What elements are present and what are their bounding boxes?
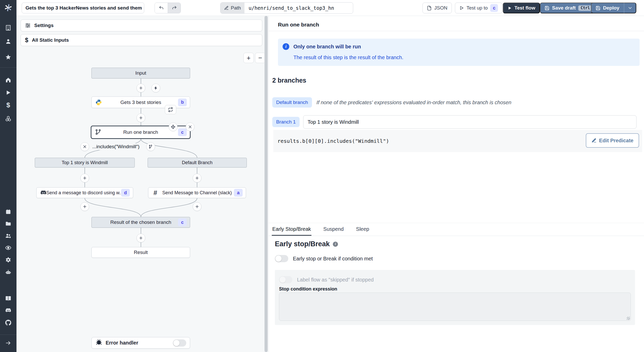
test-up-to-step-badge: c [490, 4, 498, 12]
workers-robot-icon[interactable] [5, 269, 11, 275]
info-alert-body: The result of this step is the result of… [293, 55, 403, 60]
undo-button[interactable] [155, 3, 168, 13]
save-icon [596, 6, 600, 11]
redo-button[interactable] [168, 3, 181, 13]
early-stop-toggle[interactable] [275, 255, 288, 262]
add-branch-button[interactable] [146, 142, 155, 151]
divider [269, 31, 644, 31]
undo-redo-group [155, 3, 181, 13]
sidebar: $ [0, 0, 16, 352]
trigger-bolt-button[interactable] [151, 84, 160, 92]
settings-gear-icon[interactable] [5, 257, 11, 263]
edit-predicate-label: Edit Predicate [599, 138, 633, 144]
schedules-calendar-icon[interactable] [5, 209, 11, 215]
node-result-of-branch[interactable]: Result of the chosen branch c [91, 217, 190, 228]
tab-early-stop-break[interactable]: Early Stop/Break [272, 223, 311, 236]
redo-icon [172, 5, 177, 11]
test-flow-button[interactable]: Test flow [503, 3, 540, 13]
node-branch-top1[interactable]: Top 1 story is Windmill [35, 158, 135, 168]
branches-heading: 2 branches [272, 77, 306, 84]
audit-eye-icon[interactable] [5, 245, 11, 251]
remove-branch-button[interactable] [80, 142, 89, 151]
variables-dollar-icon[interactable]: $ [5, 102, 11, 108]
add-step-button[interactable] [80, 202, 89, 211]
sidebar-divider [0, 67, 16, 68]
save-draft-label: Save draft [552, 5, 576, 11]
node-branch-default[interactable]: Default Branch [148, 158, 247, 168]
stop-condition-textarea[interactable] [279, 293, 631, 321]
error-handler-toggle[interactable] [173, 339, 186, 347]
favorites-star-icon[interactable] [5, 54, 11, 60]
runs-play-icon[interactable] [5, 90, 11, 96]
node-gets-3-best-stories-label: Gets 3 best stories [120, 100, 161, 105]
add-step-button[interactable] [137, 113, 145, 122]
add-step-button[interactable] [137, 234, 145, 242]
resources-cubes-icon[interactable] [5, 116, 11, 122]
node-result-label: Result [134, 250, 148, 255]
edit-predicate-button[interactable]: Edit Predicate [586, 133, 639, 148]
branch-predicate-label[interactable]: ...includes("Windmill") [91, 143, 141, 150]
node-result[interactable]: Result [91, 247, 190, 258]
error-handler-bar[interactable]: Error handler [91, 337, 190, 349]
step-detail-panel: Run one branch i Only one branch will be… [268, 16, 644, 223]
discord-icon [40, 189, 47, 196]
node-send-slack[interactable]: # Send Message to Channel (slack) a [148, 187, 246, 198]
json-button[interactable]: JSON [422, 3, 452, 13]
stop-condition-label: Stop condition expression [279, 286, 337, 292]
home-icon[interactable] [5, 77, 11, 83]
flow-title-input[interactable]: Gets the top 3 HackerNews stories and se… [22, 3, 144, 13]
path-label: Path [231, 5, 241, 11]
discord-icon[interactable] [5, 307, 11, 313]
play-icon [459, 6, 464, 10]
resize-handle[interactable] [627, 317, 630, 320]
folders-icon[interactable] [5, 221, 11, 227]
node-result-of-branch-label: Result of the chosen branch [110, 219, 171, 225]
retry-loop-button[interactable] [165, 105, 176, 114]
slack-hash-icon: # [152, 189, 159, 196]
tab-suspend[interactable]: Suspend [323, 223, 344, 236]
delete-step-button[interactable] [186, 122, 194, 131]
workspace-building-icon[interactable] [5, 25, 11, 31]
pencil-icon [591, 138, 597, 143]
step-id-badge: c [178, 128, 187, 136]
github-icon[interactable] [5, 320, 11, 326]
predicate-code-row: results.b[0][0].includes("Windmill") Edi… [273, 130, 642, 152]
add-step-button[interactable] [137, 84, 145, 92]
add-step-button[interactable] [193, 174, 201, 182]
error-handler-label: Error handler [106, 340, 138, 346]
expand-arrow-icon[interactable] [5, 340, 11, 346]
test-up-to-label: Test up to [467, 5, 488, 11]
add-step-button[interactable] [80, 174, 89, 182]
add-step-button[interactable] [193, 202, 201, 211]
file-icon [427, 6, 432, 11]
deploy-dropdown-button[interactable] [624, 3, 636, 13]
git-branch-plus-icon [148, 144, 153, 149]
tab-sleep[interactable]: Sleep [355, 223, 370, 236]
node-input[interactable]: Input [91, 68, 190, 78]
node-send-discord[interactable]: Send a message to discord using w... d [36, 187, 133, 198]
deploy-label: Deploy [603, 5, 619, 11]
node-send-slack-label: Send Message to Channel (slack) [162, 190, 232, 196]
flow-title-text: Gets the top 3 HackerNews stories and se… [26, 5, 142, 11]
move-step-button[interactable] [169, 122, 177, 131]
test-up-to-button[interactable]: Test up to c [455, 3, 502, 13]
early-stop-heading: Early stop/Break [275, 240, 330, 248]
path-edit-button[interactable]: Path [221, 3, 244, 13]
groups-users-icon[interactable] [5, 233, 11, 239]
branch-1-summary-input[interactable] [303, 115, 637, 129]
deploy-button[interactable]: Deploy [591, 3, 636, 13]
skip-label-toggle[interactable] [279, 276, 292, 283]
flow-canvas[interactable]: Settings $ All Static Inputs + − Input G… [16, 16, 268, 352]
repeat-icon [168, 107, 173, 112]
docs-book-icon[interactable] [5, 295, 11, 302]
chevron-down-icon [628, 5, 633, 11]
flow-edges [16, 16, 268, 352]
skip-label-toggle-label: Label flow as "skipped" if stopped [297, 277, 374, 283]
path-value[interactable]: u/henri/send_to_slack_top3_hn [244, 3, 338, 13]
node-branch-top1-label: Top 1 story is Windmill [62, 160, 108, 165]
bug-icon [96, 339, 102, 347]
early-stop-toggle-row: Early stop or Break if condition met [275, 255, 373, 262]
node-send-discord-label: Send a message to discord using w... [46, 190, 123, 196]
user-icon[interactable] [5, 38, 11, 45]
windmill-logo[interactable] [4, 3, 13, 12]
